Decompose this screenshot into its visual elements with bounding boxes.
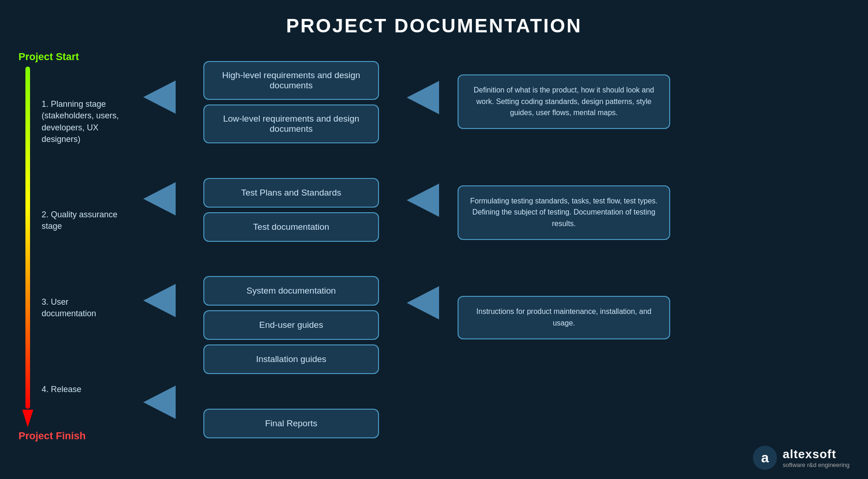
right-column: Definition of what is the product, how i… xyxy=(448,46,679,453)
doc-box-test-plans: Test Plans and Standards xyxy=(203,178,379,208)
doc-box-low-level: Low-level requirements and design docume… xyxy=(203,104,379,143)
brand-name: altexsoft xyxy=(782,447,850,461)
stage-4-label: 4. Release xyxy=(42,384,125,395)
brand-logo-icon: a xyxy=(753,446,777,470)
arrow-group-1 xyxy=(143,80,176,114)
arrow-left-2 xyxy=(143,182,176,215)
arrow-group-4 xyxy=(143,386,176,419)
stage-1-label: 1. Planning stage (stakeholders, users, … xyxy=(42,98,125,145)
svg-text:a: a xyxy=(761,450,769,465)
left-column: Project Start 1. Planning stage (stakeho… xyxy=(14,46,134,442)
page-title: PROJECT DOCUMENTATION xyxy=(0,0,868,46)
doc-group-2: Test Plans and Standards Test documentat… xyxy=(194,178,388,242)
center-column: High-level requirements and design docum… xyxy=(185,46,397,453)
timeline-bar xyxy=(25,67,30,409)
doc-box-system-documentation: System documentation xyxy=(203,276,379,306)
doc-group-4: Final Reports xyxy=(194,409,388,438)
arrow-group-3 xyxy=(143,284,176,317)
doc-box-test-documentation: Test documentation xyxy=(203,212,379,242)
desc-box-2: Formulating testing standards, tasks, te… xyxy=(458,185,670,240)
doc-box-final-reports: Final Reports xyxy=(203,409,379,438)
left-arrows-column xyxy=(134,46,185,453)
right-arrow-group-1 xyxy=(407,81,439,114)
right-arrow-3 xyxy=(407,286,439,319)
doc-box-high-level: High-level requirements and design docum… xyxy=(203,61,379,100)
doc-box-end-user-guides: End-user guides xyxy=(203,310,379,340)
brand-sub: software r&d engineering xyxy=(782,461,850,468)
right-arrow-2 xyxy=(407,184,439,217)
right-arrow-group-2 xyxy=(407,184,439,217)
doc-box-installation-guides: Installation guides xyxy=(203,344,379,374)
right-arrow-1 xyxy=(407,81,439,114)
stage-3-label: 3. User documentation xyxy=(42,296,125,319)
arrow-left-1 xyxy=(143,80,176,114)
right-arrows-column xyxy=(397,46,448,453)
timeline-bar-container xyxy=(22,67,33,427)
timeline-arrow-down xyxy=(22,410,33,427)
project-finish-label: Project Finish xyxy=(18,430,86,442)
arrow-left-3 xyxy=(143,284,176,317)
doc-group-3: System documentation End-user guides Ins… xyxy=(194,276,388,374)
stages-column: 1. Planning stage (stakeholders, users, … xyxy=(42,67,125,427)
branding: a altexsoft software r&d engineering xyxy=(753,446,850,470)
desc-box-3: Instructions for product maintenance, in… xyxy=(458,296,670,339)
stage-2-label: 2. Quality assurance stage xyxy=(42,209,125,232)
arrow-left-4 xyxy=(143,386,176,419)
brand-text: altexsoft software r&d engineering xyxy=(782,447,850,468)
doc-group-1: High-level requirements and design docum… xyxy=(194,61,388,143)
main-layout: Project Start 1. Planning stage (stakeho… xyxy=(0,46,868,479)
right-arrow-group-3 xyxy=(407,286,439,319)
project-start-label: Project Start xyxy=(18,51,79,63)
arrow-group-2 xyxy=(143,182,176,215)
desc-box-1: Definition of what is the product, how i… xyxy=(458,74,670,129)
